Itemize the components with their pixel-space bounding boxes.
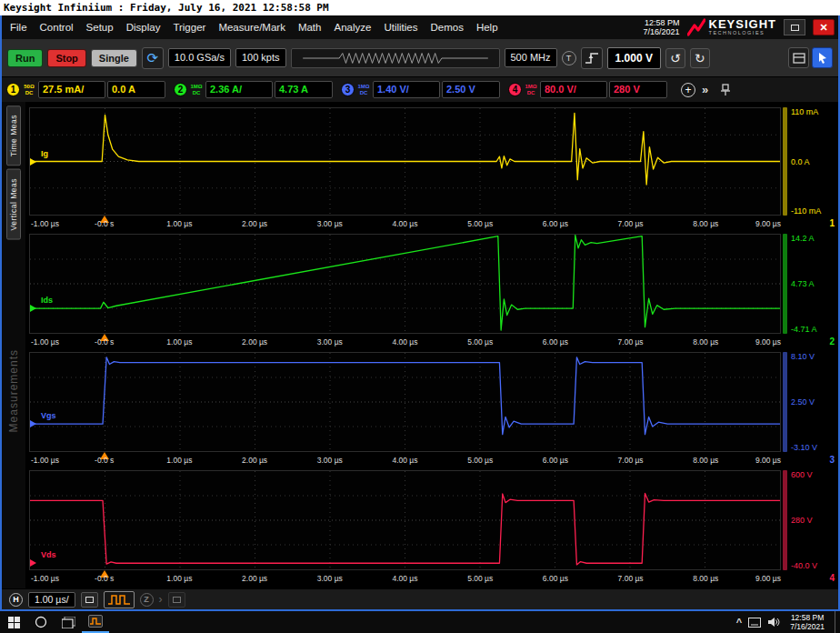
menu-item-help[interactable]: Help [470,18,505,36]
menu-item-utilities[interactable]: Utilities [377,18,424,36]
timebase-scale-field[interactable]: 1.00 µs/ [28,592,75,608]
dock-icon [173,597,181,603]
menu-item-trigger[interactable]: Trigger [166,18,212,36]
x-axis-label: 5.00 µs [467,574,493,583]
run-button[interactable]: Run [7,49,43,67]
channel-4-offset-field[interactable]: 280 V [609,81,667,98]
add-waveform-button[interactable]: + [681,83,695,97]
bandwidth-field[interactable]: 500 MHz [505,48,557,67]
channel-1-offset-field[interactable]: 0.0 A [107,81,165,98]
plot-area-vgs[interactable]: Vgs [29,352,781,452]
x-axis-labels: -1.00 µs-0.0 s1.00 µs2.00 µs3.00 µs4.00 … [29,216,781,230]
taskbar-clock-date: 7/16/2021 [790,622,825,631]
scale-bar-ch2 [783,234,787,334]
pin-button[interactable] [720,84,731,96]
next-icon[interactable]: › [159,593,163,606]
speaker-icon[interactable] [767,617,780,628]
menu-item-demos[interactable]: Demos [424,18,469,36]
waveform-grid: Ig 110 mA 0.0 A -110 mA -1.00 µs-0.0 s1.… [25,102,838,588]
menu-item-control[interactable]: Control [34,18,80,36]
channel-2-badge[interactable]: 2 [174,83,187,96]
expand-channels-button[interactable]: » [698,83,712,96]
single-button[interactable]: Single [91,49,137,67]
x-axis-label: 9.00 µs [755,337,781,347]
pulse-waveform-button[interactable] [104,591,135,608]
channel-4-badge[interactable]: 4 [508,83,522,96]
plot-area-ig[interactable]: Ig [29,107,781,216]
x-axis-label: -0.0 s [95,219,114,228]
menu-item-analyze[interactable]: Analyze [327,18,377,36]
trigger-edge-button[interactable] [581,47,603,69]
infiniium-screen: Keysight Infiniium : Friday, July 16, 20… [0,0,840,633]
y-tick-top: 600 V [791,470,813,479]
menu-item-setup[interactable]: Setup [80,18,120,36]
trigger-badge[interactable]: T [562,51,576,65]
y-tick-mid: 2.50 V [791,397,815,407]
plot-area-ids[interactable]: Ids [29,234,781,334]
ground-marker-ch2[interactable] [30,305,36,312]
infiniium-app-taskbar-button[interactable] [82,611,109,633]
show-desktop-button[interactable] [835,611,838,633]
redo-button[interactable]: ↻ [690,48,710,68]
channel-1-controls: 1 50Ω DC 27.5 mA/ 0.0 A [6,81,165,98]
infiniium-app-icon [88,615,103,628]
clear-display-button[interactable]: ⟳ [142,47,164,69]
horizontal-position-widget[interactable] [291,48,500,68]
menu-item-math[interactable]: Math [292,18,328,36]
plot-area-vds[interactable]: Vds [29,470,781,570]
keyboard-icon[interactable] [748,618,761,628]
channel-number-badge: 4 [781,573,838,583]
dock-button[interactable] [168,592,185,608]
minimize-button[interactable] [784,19,805,35]
close-button[interactable]: ✕ [813,19,835,35]
tab-time-meas[interactable]: Time Meas [6,106,21,166]
ground-marker-ch1[interactable] [30,158,36,166]
start-button[interactable] [0,611,27,633]
y-tick-top: 110 mA [791,107,818,116]
waveform-trace-vgs [30,357,780,435]
x-axis-labels: -1.00 µs-0.0 s1.00 µs2.00 µs3.00 µs4.00 … [29,452,781,467]
display-mode-button[interactable] [81,592,98,608]
channel-4-scale-field[interactable]: 80.0 V/ [540,81,607,98]
x-axis-label: 6.00 µs [543,574,568,583]
pointer-mode-button[interactable] [812,47,833,68]
x-axis-label: 5.00 µs [467,456,493,465]
sample-rate-field[interactable]: 10.0 GSa/s [168,48,231,67]
zoom-badge[interactable]: Z [140,593,154,607]
undo-icon: ↺ [670,51,681,65]
channel-1-badge[interactable]: 1 [6,83,20,96]
search-button[interactable] [27,611,55,633]
window-layout-button[interactable] [788,47,809,68]
menu-item-file[interactable]: File [4,18,34,36]
taskbar-clock[interactable]: 12:58 PM 7/16/2021 [786,613,828,631]
channel-2-scale-field[interactable]: 2.36 A/ [205,81,273,98]
channel-3-offset-field[interactable]: 2.50 V [442,81,500,98]
channel-1-impedance: 50Ω [22,84,36,90]
brand-tagline: TECHNOLOGIES [709,30,776,36]
x-axis-label: 3.00 µs [317,456,343,465]
tab-vertical-meas[interactable]: Vertical Meas [6,169,21,240]
trigger-level-field[interactable]: 1.000 V [607,47,661,69]
channel-2-impedance: 1MΩ [189,84,204,90]
x-axis-label: 7.00 µs [618,574,644,583]
stop-button[interactable]: Stop [47,49,85,67]
y-tick-top: 14.2 A [791,234,815,243]
memory-depth-field[interactable]: 100 kpts [235,48,286,67]
x-axis-label: 1.00 µs [166,337,192,347]
channel-1-scale-field[interactable]: 27.5 mA/ [38,81,105,98]
ground-marker-ch4[interactable] [30,559,36,567]
tray-chevron-icon[interactable]: ^ [736,617,742,628]
menu-item-display[interactable]: Display [120,18,167,36]
horizontal-badge[interactable]: H [9,593,23,607]
menu-item-measure-mark[interactable]: Measure/Mark [212,18,292,36]
x-axis-label: -0.0 s [95,456,114,465]
windows-logo-icon [8,617,20,628]
toolbar-right-group [788,47,833,68]
channel-2-offset-field[interactable]: 4.73 A [275,81,333,98]
window-titlebar[interactable]: Keysight Infiniium : Friday, July 16, 20… [0,0,840,15]
channel-3-badge[interactable]: 3 [341,83,355,96]
task-view-button[interactable] [55,611,82,633]
ground-marker-ch3[interactable] [30,420,36,427]
channel-3-scale-field[interactable]: 1.40 V/ [373,81,440,98]
undo-button[interactable]: ↺ [665,48,685,68]
